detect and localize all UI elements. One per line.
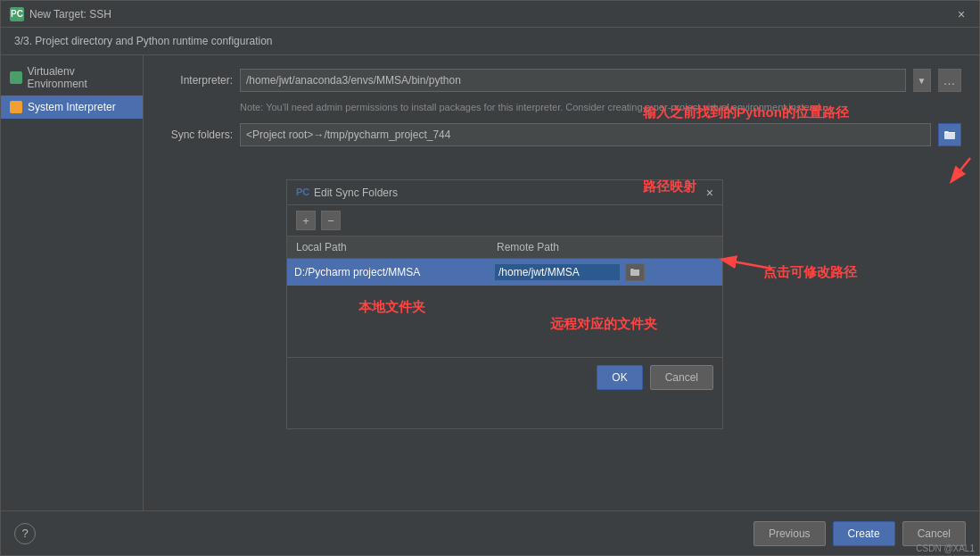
create-button[interactable]: Create xyxy=(833,521,895,546)
help-button[interactable]: ? xyxy=(14,523,36,544)
sync-folders-path-text: <Project root>→/tmp/pycharm_project_744 xyxy=(246,129,450,141)
sidebar-item-system-interpreter-label: System Interpreter xyxy=(28,101,116,113)
modal-close-button[interactable]: × xyxy=(706,186,713,200)
modal-footer: OK Cancel xyxy=(287,357,722,397)
sidebar-item-virtualenv-label: Virtualenv Environment xyxy=(28,65,134,90)
sync-folders-value: <Project root>→/tmp/pycharm_project_744 xyxy=(240,123,931,146)
previous-button[interactable]: Previous xyxy=(754,521,826,546)
sidebar: Virtualenv Environment System Interprete… xyxy=(1,55,144,513)
folder-browse-icon xyxy=(630,267,640,278)
window-title: New Target: SSH xyxy=(29,8,111,21)
step-header: 3/3. Project directory and Python runtim… xyxy=(1,28,979,55)
sidebar-item-virtualenv[interactable]: Virtualenv Environment xyxy=(1,60,143,95)
folder-icon xyxy=(943,129,956,141)
svg-rect-2 xyxy=(630,270,639,276)
local-path-cell: D:/Pycharm project/MMSA xyxy=(287,259,488,286)
bottom-bar: ? Previous Create Cancel xyxy=(1,510,979,555)
sync-folders-table: Local Path Remote Path D:/Pycharm projec… xyxy=(287,237,722,286)
modal-cancel-button[interactable]: Cancel xyxy=(650,365,713,390)
bottom-right-buttons: Previous Create Cancel xyxy=(754,521,966,546)
title-bar: PC New Target: SSH × xyxy=(1,1,979,28)
add-sync-folder-button[interactable]: + xyxy=(296,211,316,230)
svg-line-1 xyxy=(952,158,970,180)
modal-toolbar: + − xyxy=(287,205,722,237)
sidebar-item-system-interpreter[interactable]: System Interpreter xyxy=(1,95,143,119)
annotation-local-folder: 本地文件夹 xyxy=(358,299,794,316)
remove-sync-folder-button[interactable]: − xyxy=(321,211,341,230)
interpreter-row: Interpreter: /home/jwt/anaconda3/envs/MM… xyxy=(161,69,961,92)
modal-title-text: Edit Sync Folders xyxy=(314,187,398,199)
main-window: PC New Target: SSH × 3/3. Project direct… xyxy=(0,0,980,556)
sync-folders-browse-button[interactable] xyxy=(938,123,961,146)
title-bar-left: PC New Target: SSH xyxy=(10,7,111,21)
sync-folder-row[interactable]: D:/Pycharm project/MMSA xyxy=(287,259,722,286)
virtualenv-icon xyxy=(10,71,22,84)
local-path-header: Local Path xyxy=(287,237,488,259)
modal-title-bar: PC Edit Sync Folders × xyxy=(287,180,722,205)
remote-path-header: Remote Path xyxy=(488,237,722,259)
interpreter-note: Note: You'll need admin permissions to i… xyxy=(240,101,961,114)
edit-sync-folders-modal: PC Edit Sync Folders × + − Local Path Re… xyxy=(286,179,723,429)
interpreter-dropdown-button[interactable]: ▼ xyxy=(913,69,931,92)
app-icon: PC xyxy=(10,7,24,21)
modal-empty-space: 本地文件夹 远程对应的文件夹 xyxy=(287,286,722,357)
remote-path-browse-button[interactable] xyxy=(625,263,645,281)
modal-pc-icon: PC xyxy=(296,187,309,199)
window-close-button[interactable]: × xyxy=(952,5,970,23)
interpreter-label: Interpreter: xyxy=(161,74,233,87)
svg-rect-0 xyxy=(944,132,955,139)
system-interpreter-icon xyxy=(10,101,22,113)
interpreter-value: /home/jwt/anaconda3/envs/MMSA/bin/python xyxy=(240,69,906,92)
watermark: CSDN @XAL1 xyxy=(916,544,975,553)
annotation-remote-folder: 远程对应的文件夹 xyxy=(550,316,980,333)
sync-folders-label: Sync folders: xyxy=(161,129,233,141)
interpreter-path-text: /home/jwt/anaconda3/envs/MMSA/bin/python xyxy=(246,74,461,87)
remote-path-input[interactable] xyxy=(495,264,620,280)
interpreter-browse-button[interactable]: … xyxy=(938,69,961,92)
remote-path-cell xyxy=(488,259,722,286)
arrow-sync-browse xyxy=(921,154,975,210)
modal-title-left: PC Edit Sync Folders xyxy=(296,187,398,199)
modal-ok-button[interactable]: OK xyxy=(597,365,642,390)
sync-folders-row: Sync folders: <Project root>→/tmp/pychar… xyxy=(161,123,961,146)
cancel-button[interactable]: Cancel xyxy=(902,521,966,546)
local-path-value: D:/Pycharm project/MMSA xyxy=(294,266,420,278)
